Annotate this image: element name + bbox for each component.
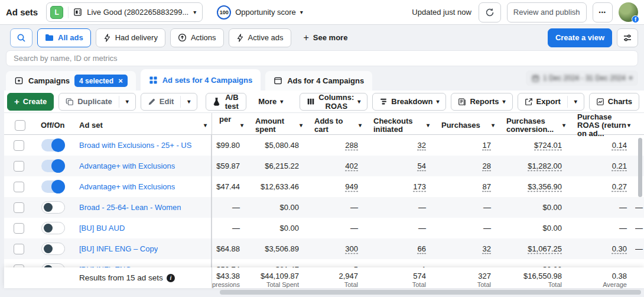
charts-button[interactable]: Charts	[589, 93, 639, 111]
sort-caret-icon[interactable]: ▾	[627, 122, 630, 128]
col-purchase-roas[interactable]: Purchase ROAS (return on ad...	[577, 113, 627, 138]
metric-link[interactable]: 28	[483, 162, 491, 170]
metric-link[interactable]: 66	[418, 244, 426, 253]
metric-link[interactable]: 288	[345, 141, 358, 150]
filter-had-delivery[interactable]: Had delivery	[96, 28, 165, 47]
horizontal-scrollbar[interactable]	[220, 290, 641, 295]
duplicate-dropdown[interactable]: ▾	[119, 93, 135, 110]
metric-link[interactable]: $1,282.00	[528, 162, 562, 170]
row-checkbox[interactable]	[14, 140, 24, 151]
adset-name-link[interactable]: Advantage+ with Exclusions	[79, 162, 175, 170]
metric-link[interactable]: 32	[418, 141, 426, 150]
metric-link[interactable]: 87	[483, 182, 491, 191]
review-and-publish-button[interactable]: Review and publish	[507, 2, 587, 22]
create-button[interactable]: + Create	[7, 93, 54, 111]
edit-dropdown[interactable]: ▾	[181, 93, 197, 110]
metric-link[interactable]: 949	[345, 182, 358, 191]
ab-test-button[interactable]: A/B test	[206, 93, 246, 111]
metric-link[interactable]: 0.30	[612, 244, 627, 253]
ellipsis-icon: •••	[599, 9, 606, 15]
info-icon[interactable]: i	[167, 274, 175, 282]
status-toggle[interactable]	[41, 263, 65, 267]
row-checkbox[interactable]	[14, 182, 24, 192]
status-toggle[interactable]	[41, 243, 65, 255]
status-toggle[interactable]	[41, 222, 65, 234]
tab-campaigns[interactable]: Campaigns 4 selected ×	[6, 71, 136, 91]
table-row: [BU] INFL ENG – Copy $64.88 $3,506.89 30…	[4, 238, 644, 259]
account-selector[interactable]: L Live Good (2802265883299... ▾	[46, 2, 203, 22]
filter-actions[interactable]: Actions	[170, 28, 224, 47]
search-input[interactable]	[6, 50, 638, 66]
row-checkbox[interactable]	[14, 244, 24, 254]
close-icon[interactable]: ×	[118, 76, 123, 85]
metric-link[interactable]: 0.21	[612, 162, 627, 170]
select-all-checkbox[interactable]	[15, 120, 25, 131]
view-settings-button[interactable]	[617, 28, 638, 47]
col-ad-set[interactable]: Ad set	[79, 121, 103, 130]
tab-ads[interactable]: Ads for 4 Campaigns	[265, 71, 372, 91]
status-toggle[interactable]	[41, 180, 65, 193]
col-purchases[interactable]: Purchases	[441, 121, 480, 130]
col-amount-spent[interactable]: Amount spent	[255, 117, 300, 134]
col-checkouts-initiated[interactable]: Checkouts initiated	[373, 117, 416, 134]
metric-value: —	[635, 197, 644, 218]
metric-link[interactable]: 402	[345, 162, 358, 170]
columns-button[interactable]: Columns: ROAS ▾	[300, 93, 367, 111]
status-toggle[interactable]	[41, 160, 65, 172]
refresh-button[interactable]	[479, 2, 501, 22]
col-purchases-conversion[interactable]: Purchases conversion...	[506, 117, 557, 134]
see-more-filters-button[interactable]: + See more	[296, 28, 356, 47]
metric-link[interactable]: 0.27	[612, 182, 627, 191]
opportunity-score[interactable]: 100 Opportunity score ▾	[217, 5, 303, 20]
table-row: Advantage+ with Exclusions $47.44 $12,63…	[4, 176, 644, 197]
tab-ad-sets[interactable]: Ad sets for 4 Campaigns	[141, 69, 261, 91]
selected-filter-badge[interactable]: 4 selected ×	[74, 75, 128, 87]
breakdown-button[interactable]: Breakdown ▾	[372, 93, 446, 111]
adset-name-link[interactable]: [BU] INFL ENG – Copy	[79, 244, 158, 253]
row-checkbox[interactable]	[14, 202, 24, 213]
adset-name-link[interactable]: Broad - 25-64- Lean - Women	[79, 203, 181, 212]
metric-link[interactable]: 173	[413, 182, 426, 191]
metric-value: —	[570, 197, 635, 218]
export-dropdown[interactable]: ▾	[568, 93, 584, 110]
vertical-scrollbar[interactable]	[638, 138, 642, 197]
more-button[interactable]: More ▾	[251, 93, 290, 111]
adset-name-link[interactable]: Advantage+ with Exclusions	[79, 182, 175, 191]
filter-all-ads[interactable]: All ads	[37, 28, 91, 47]
adset-name-link[interactable]: [BU] BU AUD	[79, 224, 125, 233]
more-options-button[interactable]: •••	[593, 2, 613, 22]
edit-button[interactable]: Edit	[141, 93, 181, 110]
metric-link[interactable]: $724.01	[534, 141, 562, 150]
col-per-partial[interactable]: per	[219, 113, 231, 124]
sort-caret-icon[interactable]: ▾	[562, 122, 565, 128]
sort-caret-icon[interactable]: ▾	[427, 122, 430, 128]
create-a-view-button[interactable]: Create a view	[548, 28, 612, 47]
metric-link[interactable]: 54	[418, 162, 426, 170]
metric-link[interactable]: 0.14	[612, 141, 627, 150]
avatar[interactable]: f	[619, 2, 638, 22]
search-filter-button[interactable]	[10, 28, 32, 47]
sort-caret-icon[interactable]: ▾	[359, 122, 362, 128]
row-checkbox[interactable]	[14, 161, 24, 172]
reports-button[interactable]: Reports ▾	[451, 93, 512, 111]
table-row: Advantage+ with Exclusions $59.87 $6,215…	[4, 156, 644, 176]
adsets-grid-icon	[149, 76, 158, 85]
metric-link[interactable]: $1,067.25	[528, 244, 562, 253]
metric-link[interactable]: 17	[483, 141, 491, 150]
sort-caret-icon[interactable]: ▾	[492, 122, 495, 128]
duplicate-button[interactable]: Duplicate	[59, 93, 119, 110]
metric-link[interactable]: 32	[483, 244, 491, 253]
status-toggle[interactable]	[41, 139, 65, 151]
sort-caret-icon[interactable]: ▾	[240, 122, 243, 128]
row-checkbox[interactable]	[14, 223, 24, 234]
date-range-picker[interactable]: 1 Dec 2024 - 31 Dec 2024 ▾	[526, 70, 638, 86]
sort-caret-icon[interactable]: ▾	[300, 122, 303, 128]
export-button[interactable]: Export	[518, 93, 567, 110]
adset-name-link[interactable]: Broad with Exclusions - 25+ - US	[79, 141, 191, 150]
filter-active-ads[interactable]: Active ads	[229, 28, 291, 47]
metric-link[interactable]: $3,356.90	[528, 182, 562, 191]
sort-caret-icon[interactable]: ▾	[204, 122, 207, 128]
col-adds-to-cart[interactable]: Adds to cart	[314, 117, 359, 134]
status-toggle[interactable]	[41, 201, 65, 214]
metric-link[interactable]: 300	[345, 244, 358, 253]
